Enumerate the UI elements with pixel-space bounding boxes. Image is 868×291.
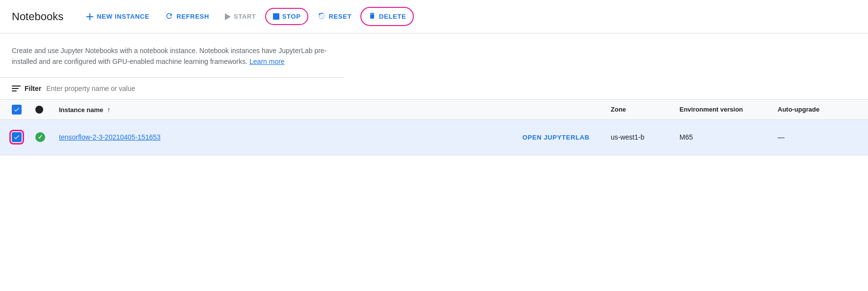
header-instance-name[interactable]: Instance name ↑ [59,106,522,114]
filter-input[interactable] [46,85,193,92]
header-zone: Zone [611,106,679,113]
filter-icon [12,86,21,91]
refresh-icon [165,12,173,22]
delete-button[interactable]: DELETE [360,7,414,26]
row-instance-name-col: tensorflow-2-3-20210405-151653 [59,132,522,143]
reset-icon [317,12,326,22]
header: Notebooks NEW INSTANCE REFRESH START STO… [0,0,868,33]
description-text: Create and use Jupyter Notebooks with a … [12,45,332,67]
table-header: Instance name ↑ Zone Environment version… [0,100,868,120]
open-jupyterlab-button[interactable]: OPEN JUPYTERLAB [522,134,590,141]
running-status-icon [35,132,45,142]
header-environment-version: Environment version [679,106,778,113]
row-zone: us-west1-b [611,133,679,141]
header-checkbox-col [12,105,35,115]
learn-more-link[interactable]: Learn more [249,58,285,65]
filter-label: Filter [12,85,41,92]
stop-icon [273,13,279,20]
play-icon [225,13,231,20]
row-environment-version: M65 [679,133,778,141]
row-status-col [35,132,59,142]
sort-arrow-icon: ↑ [107,106,110,114]
row-open-col: OPEN JUPYTERLAB [522,133,611,141]
header-auto-upgrade: Auto-upgrade [778,106,856,113]
new-instance-button[interactable]: NEW INSTANCE [79,9,156,25]
trash-icon [368,12,376,21]
instance-name-link[interactable]: tensorflow-2-3-20210405-151653 [59,133,161,141]
toolbar: NEW INSTANCE REFRESH START STOP [79,7,414,26]
row-checkbox-col [12,132,35,142]
header-checkbox[interactable] [12,105,22,115]
description-section: Create and use Jupyter Notebooks with a … [0,33,344,78]
row-checkbox[interactable] [12,132,22,142]
header-status-col [35,106,59,114]
table-container: Instance name ↑ Zone Environment version… [0,100,868,155]
filter-section: Filter [0,78,868,100]
start-button[interactable]: START [218,9,263,24]
reset-button[interactable]: RESET [310,8,358,26]
status-header-dot [35,106,43,114]
stop-button[interactable]: STOP [265,8,309,25]
plus-icon [86,13,94,21]
row-auto-upgrade: — [778,133,856,141]
refresh-button[interactable]: REFRESH [158,8,216,26]
table-row: tensorflow-2-3-20210405-151653 OPEN JUPY… [0,120,868,155]
page-title: Notebooks [12,10,63,23]
